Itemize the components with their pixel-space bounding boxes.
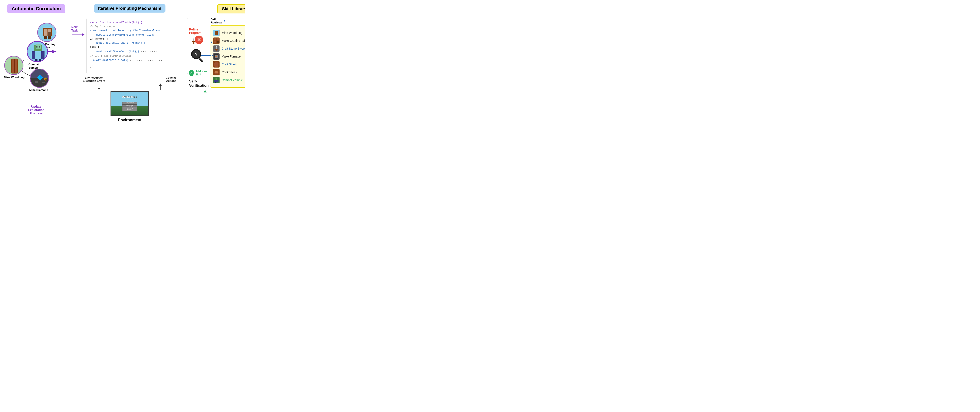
mc-btn-singleplayer: Singleplayer: [122, 102, 137, 104]
skill-library-box: Mine Wood Log Make Crafting Table: [210, 25, 245, 88]
svg-rect-5: [48, 32, 51, 36]
code-line-10a: await craftShield(bot);: [90, 58, 129, 62]
svg-rect-2: [44, 29, 48, 32]
svg-rect-62: [214, 80, 215, 81]
svg-rect-13: [35, 59, 38, 62]
skill-icon-shield: [213, 61, 220, 68]
svg-rect-4: [44, 32, 48, 36]
verification-section: Refine Program ✕ ? ✓ Add New Skill Self-…: [189, 4, 209, 122]
skill-icon-steak: [213, 69, 220, 75]
mc-btn-realms: Minecraft Realms: [122, 107, 137, 111]
node-crafting-table: [37, 23, 56, 42]
skill-icon-combat-zombie: [213, 77, 220, 83]
code-line-8b-dots: ·········: [140, 49, 161, 54]
code-line-5: if (sword) {: [90, 38, 108, 40]
add-skill-arrow: [204, 90, 207, 110]
skill-name-combat-zombie: Combat Zombie: [222, 78, 243, 82]
add-skill-check-icon: ✓: [189, 70, 194, 76]
skill-icon-furnace: [213, 53, 220, 60]
skill-item-furnace: Make Furnace: [213, 53, 245, 60]
skill-library-section: Skill Library SkillRetrieval Mine Wood L…: [209, 4, 245, 122]
curriculum-title: Automatic Curriculum: [7, 4, 65, 13]
skill-name-stone-sword: Craft Stone Sword: [222, 47, 245, 50]
feedback-arrows: [98, 84, 162, 90]
svg-rect-65: [216, 82, 218, 83]
svg-rect-12: [41, 51, 45, 59]
curriculum-section: Automatic Curriculum: [2, 4, 70, 122]
mc-btn-multiplayer: Multiplayer: [122, 104, 137, 107]
skill-name-steak: Cook Steak: [222, 70, 237, 74]
svg-rect-42: [214, 38, 216, 40]
svg-rect-60: [215, 78, 217, 80]
code-line-4: mcData.itemsByName["stone_sword"].id);: [90, 33, 154, 37]
label-combat-zombie: CombatZombie: [25, 63, 42, 69]
svg-rect-14: [39, 59, 41, 62]
svg-rect-40: [215, 31, 218, 35]
code-line-3: const sword = bot.inventory.findInventor…: [90, 29, 161, 32]
refine-program-label: Refine Program: [189, 28, 209, 35]
svg-rect-50: [216, 49, 217, 51]
skill-retrieval-section: SkillRetrieval: [211, 17, 231, 24]
svg-rect-10: [35, 44, 41, 49]
add-skill-label: Add New Skill: [196, 70, 209, 76]
new-task-section: New Task: [72, 25, 85, 36]
mc-title: MINECRAFT: [123, 95, 137, 98]
svg-rect-44: [214, 41, 216, 43]
skill-icon-stone-sword: [213, 45, 220, 52]
svg-rect-28: [42, 82, 45, 83]
svg-rect-64: [215, 82, 216, 83]
curriculum-diagram: Make Crafting Table CombatZombie: [4, 20, 68, 88]
code-line-6: await bot.equip(sword, "hand");}: [90, 41, 145, 45]
svg-rect-61: [215, 80, 218, 82]
svg-rect-49: [215, 49, 218, 49]
svg-rect-16: [39, 46, 40, 48]
add-skill-row: ✓ Add New Skill: [189, 70, 209, 76]
skill-item-steak: Cook Steak: [213, 69, 245, 75]
update-exploration-text: UpdateExplorationProgress: [28, 105, 44, 115]
code-actions-label: Code asActions: [165, 76, 177, 83]
label-mine-wood: Mine Wood Log: [3, 76, 26, 79]
prompting-section: Iterative Prompting Mechanism New Task a…: [70, 4, 189, 122]
env-feedback-label: Env FeedbackExecution Errors: [83, 76, 105, 83]
skill-icon-mine-wood: [213, 30, 220, 36]
svg-rect-27: [35, 81, 38, 83]
code-block: async function combatZombie(bot) { // Eq…: [86, 18, 188, 74]
svg-rect-6: [44, 36, 47, 40]
svg-rect-63: [218, 80, 218, 81]
node-mine-wood: [4, 56, 24, 75]
environment-label: Environment: [118, 118, 142, 122]
skill-name-crafting-table: Make Crafting Table: [222, 39, 245, 42]
main-container: Automatic Curriculum: [0, 0, 245, 124]
svg-rect-43: [216, 38, 219, 40]
skill-library-title: Skill Library: [217, 4, 245, 13]
svg-point-58: [215, 71, 218, 73]
svg-rect-45: [216, 41, 219, 43]
skill-item-stone-sword: Craft Stone Sword: [213, 45, 245, 52]
code-line-9: // Craft and equip a shield: [90, 54, 131, 57]
skill-retrieval-label: SkillRetrieval: [211, 17, 223, 24]
svg-rect-30: [45, 79, 46, 81]
node-mine-diamond: [30, 68, 49, 88]
code-line-10b-dots: ···············: [130, 58, 163, 63]
svg-rect-38: [199, 58, 203, 62]
minecraft-screen: MINECRAFT JAVA EDITION Singleplayer Mult…: [111, 91, 149, 116]
code-line-11: ...: [90, 63, 95, 66]
skill-icon-crafting-table: [213, 38, 220, 44]
svg-text:?: ?: [195, 52, 197, 56]
code-line-12: }: [90, 67, 92, 70]
bottom-center: Env FeedbackExecution Errors Code asActi…: [79, 76, 181, 122]
self-verification-label: Self-Verification: [189, 79, 209, 88]
node-combat-zombie: [27, 41, 48, 62]
prompting-title: Iterative Prompting Mechanism: [94, 4, 165, 13]
code-with-arrow: New Task async function combatZombie(bot…: [72, 18, 188, 74]
feedback-row: Env FeedbackExecution Errors Code asActi…: [79, 76, 181, 83]
skill-name-furnace: Make Furnace: [222, 55, 241, 58]
code-line-1: async function combatZombie(bot) {: [90, 21, 142, 24]
skill-item-shield: Craft Shield: [213, 61, 245, 68]
code-line-8a: await craftStoneSword(bot);}: [90, 49, 139, 54]
refine-x-icon: ✕: [195, 36, 203, 44]
skill-item-mine-wood: Mine Wood Log: [213, 30, 245, 36]
svg-rect-7: [48, 36, 51, 40]
svg-rect-15: [37, 46, 38, 48]
svg-rect-3: [48, 29, 51, 32]
